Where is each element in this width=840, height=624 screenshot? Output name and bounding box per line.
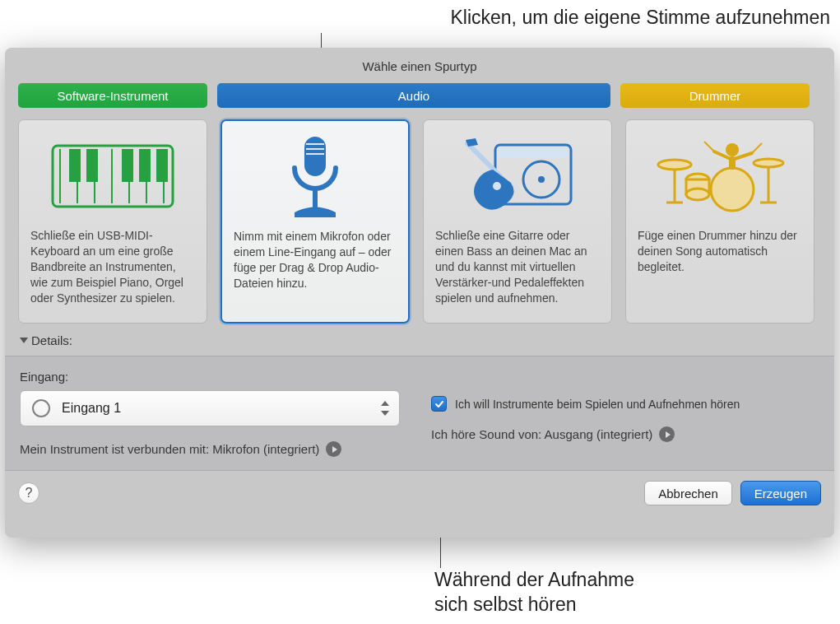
card-audio-guitar[interactable]: Schließe eine Gitarre oder einen Bass an…: [423, 119, 612, 324]
track-type-dialog: Wähle einen Spurtyp Software-Instrument …: [5, 48, 834, 538]
card-software-instrument[interactable]: Schließe ein USB-MIDI-Keyboard an um ein…: [18, 119, 207, 324]
dialog-title: Wähle einen Spurtyp: [5, 48, 834, 83]
card-drummer-desc: Füge einen Drummer hinzu der deinen Song…: [638, 228, 802, 275]
svg-rect-11: [139, 149, 151, 182]
piano-keys-icon: [30, 128, 195, 223]
svg-point-23: [493, 182, 501, 190]
svg-rect-4: [111, 149, 113, 203]
input-connected-text: Mein Instrument ist verbunden mit: Mikro…: [20, 442, 319, 456]
svg-point-34: [726, 143, 739, 156]
card-drummer[interactable]: Füge einen Drummer hinzu der deinen Song…: [625, 119, 814, 324]
dialog-footer: ? Abbrechen Erzeugen: [5, 471, 834, 515]
card-audio-microphone[interactable]: Nimm mit einem Mikrofon oder einem Line-…: [220, 119, 410, 324]
svg-rect-15: [306, 148, 324, 150]
svg-rect-1: [59, 149, 61, 203]
tab-audio[interactable]: Audio: [217, 83, 610, 108]
callout-bottom-text: Während der Aufnahme sich selbst hören: [434, 568, 634, 617]
arrow-circle-icon[interactable]: [659, 426, 675, 442]
tab-software-instrument[interactable]: Software-Instrument: [18, 83, 207, 108]
svg-line-38: [704, 142, 714, 151]
microphone-icon: [234, 129, 397, 224]
svg-point-24: [658, 160, 691, 170]
details-label: Details:: [31, 333, 72, 347]
svg-rect-8: [69, 149, 81, 182]
details-disclosure[interactable]: Details:: [5, 330, 834, 351]
help-button[interactable]: ?: [18, 482, 39, 504]
select-arrows-icon: [379, 399, 391, 417]
input-label: Eingang:: [20, 370, 406, 384]
arrow-circle-icon[interactable]: [326, 441, 341, 457]
svg-rect-9: [86, 149, 98, 182]
svg-rect-13: [304, 137, 326, 176]
svg-rect-19: [499, 148, 568, 158]
card-audio-guitar-desc: Schließe eine Gitarre oder einen Bass an…: [435, 228, 600, 305]
svg-rect-17: [313, 189, 318, 207]
guitar-amp-icon: [435, 128, 600, 223]
callout-top-text: Klicken, um die eigene Stimme aufzunehme…: [450, 7, 830, 29]
svg-rect-16: [306, 153, 324, 155]
create-button[interactable]: Erzeugen: [740, 481, 821, 505]
svg-point-21: [538, 176, 545, 183]
monitor-checkbox-label: Ich will Instrumente beim Spielen und Au…: [455, 398, 740, 411]
svg-point-32: [686, 189, 709, 200]
drummer-icon: [638, 128, 802, 223]
details-panel: Eingang: Eingang 1 Mein Instrument ist v…: [5, 356, 834, 471]
cancel-button[interactable]: Abbrechen: [644, 481, 732, 505]
input-select[interactable]: Eingang 1: [20, 390, 400, 426]
checkmark-icon: [434, 399, 444, 409]
tab-bar: Software-Instrument Audio Drummer: [5, 83, 834, 108]
svg-point-33: [711, 168, 754, 211]
card-software-desc: Schließe ein USB-MIDI-Keyboard an um ein…: [30, 228, 195, 305]
input-select-value: Eingang 1: [62, 401, 368, 416]
output-connected-text: Ich höre Sound von: Ausgang (integriert): [431, 427, 652, 441]
cards-row: Schließe ein USB-MIDI-Keyboard an um ein…: [5, 108, 834, 330]
monitor-checkbox[interactable]: [431, 396, 447, 412]
tab-drummer[interactable]: Drummer: [620, 83, 810, 108]
svg-line-39: [752, 143, 762, 153]
svg-rect-10: [122, 149, 133, 182]
card-audio-mic-desc: Nimm mit einem Mikrofon oder einem Line-…: [234, 229, 397, 291]
disclosure-triangle-down-icon: [20, 338, 28, 343]
svg-rect-12: [156, 149, 168, 182]
svg-rect-14: [306, 143, 324, 145]
svg-point-27: [754, 159, 783, 167]
input-channel-icon: [32, 399, 50, 417]
